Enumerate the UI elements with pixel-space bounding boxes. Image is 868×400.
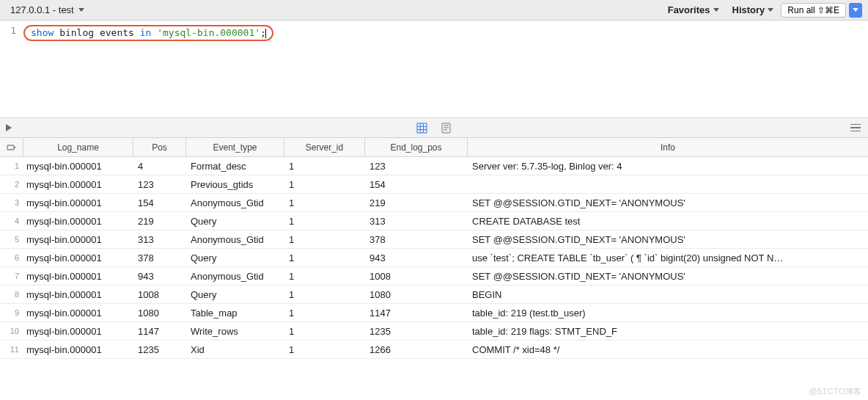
row-number: 7 bbox=[0, 272, 23, 280]
table-row[interactable]: 11mysql-bin.0000011235Xid11266COMMIT /* … bbox=[0, 341, 868, 359]
svg-rect-0 bbox=[417, 123, 427, 133]
hamburger-icon[interactable] bbox=[850, 124, 861, 132]
cell-info: table_id: 219 (test.tb_user) bbox=[468, 308, 868, 319]
col-header-server-id[interactable]: Server_id bbox=[284, 138, 365, 156]
col-header-info[interactable]: Info bbox=[468, 138, 868, 156]
cell-end-log-pos: 123 bbox=[365, 161, 468, 172]
results-header: Log_name Pos Event_type Server_id End_lo… bbox=[0, 138, 868, 157]
table-row[interactable]: 5mysql-bin.000001313Anonymous_Gtid1378SE… bbox=[0, 230, 868, 249]
cell-info: SET @@SESSION.GTID_NEXT= 'ANONYMOUS' bbox=[468, 197, 868, 208]
chevron-down-icon bbox=[768, 8, 773, 12]
cell-log-name: mysql-bin.000001 bbox=[23, 179, 133, 190]
table-row[interactable]: 4mysql-bin.000001219Query1313CREATE DATA… bbox=[0, 212, 868, 230]
cell-log-name: mysql-bin.000001 bbox=[23, 289, 133, 300]
cell-end-log-pos: 943 bbox=[365, 252, 468, 263]
table-row[interactable]: 8mysql-bin.0000011008Query11080BEGIN bbox=[0, 286, 868, 304]
cell-event-type: Anonymous_Gtid bbox=[186, 234, 284, 245]
cell-server-id: 1 bbox=[284, 344, 365, 355]
cell-pos: 4 bbox=[133, 161, 186, 172]
row-number: 10 bbox=[0, 327, 23, 335]
row-number: 1 bbox=[0, 161, 23, 170]
favorites-menu[interactable]: Favorites bbox=[665, 3, 722, 17]
table-row[interactable]: 10mysql-bin.0000011147Write_rows11235tab… bbox=[0, 322, 868, 341]
select-all-rows[interactable] bbox=[0, 138, 23, 156]
table-row[interactable]: 3mysql-bin.000001154Anonymous_Gtid1219SE… bbox=[0, 194, 868, 212]
cell-server-id: 1 bbox=[284, 252, 365, 263]
run-all-button[interactable]: Run all ⇧⌘E bbox=[781, 3, 846, 18]
cell-event-type: Anonymous_Gtid bbox=[186, 271, 284, 282]
cell-pos: 313 bbox=[133, 234, 186, 245]
cell-end-log-pos: 1235 bbox=[365, 326, 468, 337]
run-all-label: Run all ⇧⌘E bbox=[787, 5, 839, 15]
connection-tab-label: 127.0.0.1 - test bbox=[10, 4, 74, 15]
sql-editor[interactable]: 1 show binlog events in 'mysql-bin.00000… bbox=[0, 21, 868, 118]
code-area[interactable]: show binlog events in 'mysql-bin.000001'… bbox=[21, 21, 868, 117]
cell-info: SET @@SESSION.GTID_NEXT= 'ANONYMOUS' bbox=[468, 234, 868, 245]
cell-info: use `test`; CREATE TABLE `tb_user` ( ¶ `… bbox=[468, 252, 868, 263]
cell-log-name: mysql-bin.000001 bbox=[23, 234, 133, 245]
table-row[interactable]: 6mysql-bin.000001378Query1943use `test`;… bbox=[0, 249, 868, 267]
play-icon[interactable] bbox=[6, 124, 12, 131]
results-body: 1mysql-bin.0000014Format_desc1123Server … bbox=[0, 157, 868, 359]
row-number: 11 bbox=[0, 345, 23, 354]
sql-string: 'mysql-bin.000001' bbox=[157, 27, 260, 38]
text-view-icon[interactable] bbox=[441, 123, 452, 134]
cell-pos: 154 bbox=[133, 197, 186, 208]
cell-event-type: Query bbox=[186, 216, 284, 227]
history-menu[interactable]: History bbox=[729, 3, 777, 17]
chevron-down-icon bbox=[78, 8, 84, 12]
cell-log-name: mysql-bin.000001 bbox=[23, 216, 133, 227]
cell-log-name: mysql-bin.000001 bbox=[23, 344, 133, 355]
cell-pos: 943 bbox=[133, 271, 186, 282]
run-all-dropdown[interactable] bbox=[849, 3, 862, 18]
cell-end-log-pos: 313 bbox=[365, 216, 468, 227]
connection-tab[interactable]: 127.0.0.1 - test bbox=[6, 3, 89, 17]
cell-event-type: Write_rows bbox=[186, 326, 284, 337]
text-cursor bbox=[265, 29, 266, 38]
row-number: 8 bbox=[0, 290, 23, 299]
cell-event-type: Anonymous_Gtid bbox=[186, 197, 284, 208]
col-header-pos[interactable]: Pos bbox=[133, 138, 186, 156]
row-number: 2 bbox=[0, 180, 23, 189]
cell-server-id: 1 bbox=[284, 179, 365, 190]
cell-server-id: 1 bbox=[284, 326, 365, 337]
col-header-event-type[interactable]: Event_type bbox=[186, 138, 284, 156]
sql-keyword: show bbox=[31, 27, 54, 38]
line-number: 1 bbox=[0, 25, 16, 36]
cell-end-log-pos: 1008 bbox=[365, 271, 468, 282]
cell-end-log-pos: 1266 bbox=[365, 344, 468, 355]
col-header-log-name[interactable]: Log_name bbox=[23, 138, 133, 156]
col-header-end-log-pos[interactable]: End_log_pos bbox=[365, 138, 468, 156]
top-toolbar: 127.0.0.1 - test Favorites History Run a… bbox=[0, 0, 868, 21]
row-number: 3 bbox=[0, 198, 23, 207]
grid-view-icon[interactable] bbox=[416, 123, 427, 134]
sql-text: binlog events bbox=[54, 27, 139, 38]
cell-pos: 123 bbox=[133, 179, 186, 190]
row-number: 9 bbox=[0, 308, 23, 317]
cell-server-id: 1 bbox=[284, 161, 365, 172]
cell-info: Server ver: 5.7.35-log, Binlog ver: 4 bbox=[468, 161, 868, 172]
table-row[interactable]: 9mysql-bin.0000011080Table_map11147table… bbox=[0, 304, 868, 322]
table-row[interactable]: 7mysql-bin.000001943Anonymous_Gtid11008S… bbox=[0, 267, 868, 286]
results-toolbar bbox=[0, 118, 868, 138]
cell-pos: 1008 bbox=[133, 289, 186, 300]
cell-event-type: Query bbox=[186, 289, 284, 300]
history-label: History bbox=[732, 4, 765, 15]
svg-rect-9 bbox=[7, 145, 14, 150]
cell-server-id: 1 bbox=[284, 289, 365, 300]
highlighted-sql: show binlog events in 'mysql-bin.000001'… bbox=[23, 25, 273, 41]
table-row[interactable]: 2mysql-bin.000001123Previous_gtids1154 bbox=[0, 175, 868, 194]
cell-end-log-pos: 1080 bbox=[365, 289, 468, 300]
cell-info: SET @@SESSION.GTID_NEXT= 'ANONYMOUS' bbox=[468, 271, 868, 282]
cell-event-type: Previous_gtids bbox=[186, 179, 284, 190]
row-number: 5 bbox=[0, 235, 23, 244]
watermark: @51CTO博客 bbox=[809, 386, 862, 397]
cell-server-id: 1 bbox=[284, 308, 365, 319]
cell-event-type: Format_desc bbox=[186, 161, 284, 172]
cell-info: BEGIN bbox=[468, 289, 868, 300]
table-row[interactable]: 1mysql-bin.0000014Format_desc1123Server … bbox=[0, 157, 868, 175]
cell-log-name: mysql-bin.000001 bbox=[23, 271, 133, 282]
favorites-label: Favorites bbox=[668, 4, 710, 15]
sql-keyword: in bbox=[140, 27, 152, 38]
cell-pos: 1080 bbox=[133, 308, 186, 319]
